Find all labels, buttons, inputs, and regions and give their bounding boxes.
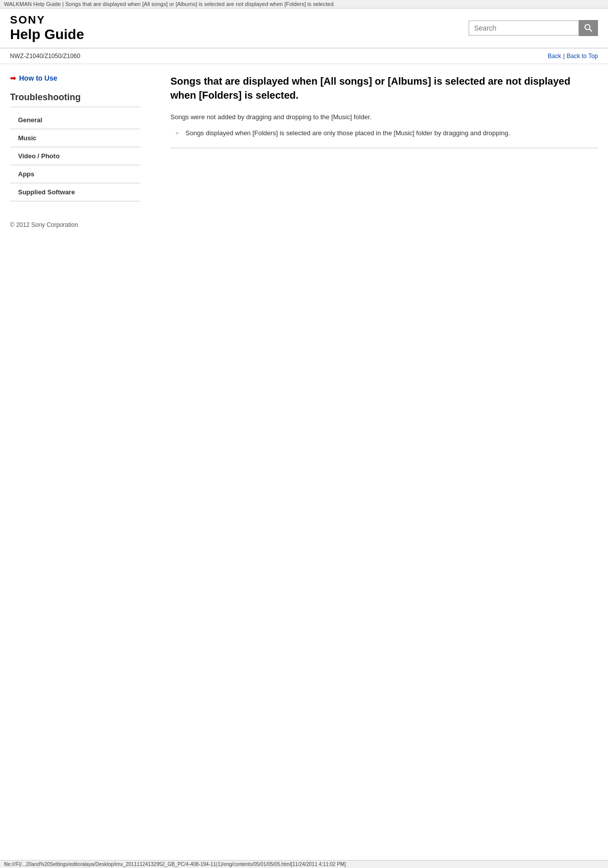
copyright-text: © 2012 Sony Corporation (10, 221, 78, 228)
how-to-use-label: How to Use (19, 74, 57, 82)
back-to-top-link[interactable]: Back to Top (567, 53, 598, 60)
search-input[interactable] (469, 21, 579, 36)
sony-logo: SONY (10, 14, 84, 27)
main-container: ➡ How to Use Troubleshooting General Mus… (0, 64, 608, 211)
sidebar-item-music[interactable]: Music (10, 129, 140, 147)
sidebar-item-general[interactable]: General (10, 111, 140, 129)
browser-title-bar: WALKMAN Help Guide | Songs that are disp… (0, 0, 608, 9)
chevron-right-icon: ➡ (10, 74, 16, 82)
sidebar-how-to-use[interactable]: ➡ How to Use (10, 74, 140, 82)
logo-area: SONY Help Guide (10, 14, 84, 43)
search-area (469, 20, 598, 36)
list-item: Songs displayed when [Folders] is select… (175, 128, 598, 138)
footer: © 2012 Sony Corporation (0, 211, 608, 238)
page-title: Songs that are displayed when [All songs… (170, 74, 598, 102)
nav-separator: | (563, 53, 564, 60)
sidebar-troubleshooting-label: Troubleshooting (10, 92, 140, 107)
sidebar-item-video-photo[interactable]: Video / Photo (10, 147, 140, 165)
content-divider (170, 148, 598, 148)
sidebar-item-apps[interactable]: Apps (10, 165, 140, 183)
nav-bar: NWZ-Z1040/Z1050/Z1060 Back | Back to Top (0, 49, 608, 64)
search-icon (584, 24, 592, 32)
nav-model: NWZ-Z1040/Z1050/Z1060 (10, 53, 80, 60)
sidebar-item-supplied-software[interactable]: Supplied Software (10, 183, 140, 201)
sidebar: ➡ How to Use Troubleshooting General Mus… (10, 74, 150, 201)
content-list: Songs displayed when [Folders] is select… (170, 128, 598, 138)
back-link[interactable]: Back (548, 53, 561, 60)
help-guide-title: Help Guide (10, 27, 84, 43)
nav-links: Back | Back to Top (548, 53, 598, 60)
svg-point-0 (585, 25, 590, 30)
search-button[interactable] (579, 20, 598, 36)
header: SONY Help Guide (0, 9, 608, 49)
content-area: Songs that are displayed when [All songs… (150, 74, 598, 201)
svg-line-1 (589, 29, 592, 32)
content-intro: Songs were not added by dragging and dro… (170, 112, 598, 122)
